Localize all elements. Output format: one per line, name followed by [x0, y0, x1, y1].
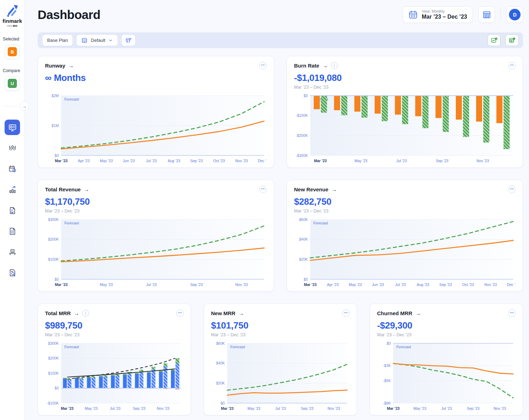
- card-menu-button[interactable]: •••: [176, 310, 184, 317]
- svg-text:Forecast: Forecast: [313, 221, 328, 225]
- header-divider: [501, 9, 501, 21]
- compare-badge: U: [8, 79, 17, 88]
- new-mrr-chart: $60K$40K$20K$0ForecastMar ’23May ’23Jul …: [211, 341, 350, 412]
- sidebar-item-revenue[interactable]: [5, 182, 20, 197]
- card-title: Runway: [45, 63, 65, 69]
- svg-text:Aug ’23: Aug ’23: [417, 282, 429, 287]
- formulas-desk-icon: fx: [8, 248, 17, 256]
- svg-text:$0: $0: [304, 277, 308, 281]
- page-title: Dashboard: [38, 8, 100, 22]
- base-plan-button[interactable]: Base Plan: [42, 34, 73, 46]
- svg-text:May ’23: May ’23: [100, 282, 113, 287]
- svg-text:Forecast: Forecast: [64, 97, 79, 101]
- svg-text:May ’23: May ’23: [100, 159, 113, 163]
- open-detail-arrow[interactable]: →: [84, 186, 89, 192]
- open-detail-arrow[interactable]: →: [415, 310, 421, 316]
- svg-text:Mar ’23: Mar ’23: [55, 282, 68, 287]
- add-chart-widget-button[interactable]: [487, 34, 501, 46]
- brand-logo: finmark from Bill: [2, 4, 22, 27]
- svg-text:Mar ’23: Mar ’23: [304, 282, 317, 287]
- svg-text:Sep ’23: Sep ’23: [467, 406, 479, 411]
- svg-text:Nov ’23: Nov ’23: [484, 282, 497, 287]
- burn-rate-chart: $0-$100K-$200K-$300KForecastMar ’23May ’…: [294, 93, 516, 165]
- sidebar-item-payroll[interactable]: $: [5, 161, 20, 177]
- payroll-calendar-icon: $: [8, 165, 17, 173]
- card-menu-button[interactable]: •••: [508, 186, 516, 193]
- date-range-value: Mar ’23 – Dec ’23: [422, 14, 467, 20]
- card-value: $989,750: [45, 320, 184, 331]
- add-table-widget-button[interactable]: [505, 34, 518, 46]
- card-title: Total Revenue: [45, 186, 81, 192]
- svg-text:Oct ’23: Oct ’23: [213, 159, 225, 163]
- new-revenue-card: New Revenue → ••• $282,750 Mar ’23 – Dec…: [287, 180, 523, 292]
- svg-text:Mar ’23: Mar ’23: [221, 406, 234, 411]
- edit-layout-button[interactable]: [121, 34, 135, 46]
- finmark-logo-icon: [5, 4, 19, 17]
- svg-text:Nov ’23: Nov ’23: [327, 406, 340, 411]
- total-revenue-chart: $300K$200K$100K$0ForecastMar ’23May ’23J…: [45, 217, 267, 288]
- svg-text:-$5K: -$5K: [383, 378, 391, 383]
- svg-text:Mar ’23: Mar ’23: [387, 406, 400, 411]
- compare-scenario-chip[interactable]: U: [5, 76, 20, 91]
- sidebar-item-reports[interactable]: [5, 223, 20, 239]
- svg-text:Apr ’23: Apr ’23: [327, 282, 338, 287]
- svg-text:$100K: $100K: [48, 257, 59, 261]
- sidebar-item-dashboard[interactable]: [5, 120, 20, 135]
- svg-text:$0: $0: [304, 94, 308, 98]
- svg-text:May ’23: May ’23: [413, 406, 426, 411]
- svg-text:$100K: $100K: [48, 371, 59, 375]
- svg-text:Mar ’23: Mar ’23: [61, 406, 74, 411]
- card-menu-button[interactable]: •••: [259, 186, 267, 193]
- card-menu-button[interactable]: •••: [508, 62, 516, 69]
- account-menu-button[interactable]: D: [506, 6, 523, 23]
- open-detail-arrow[interactable]: →: [238, 310, 244, 316]
- svg-text:Jun ’23: Jun ’23: [123, 159, 135, 163]
- svg-text:Dec ’23: Dec ’23: [258, 159, 267, 163]
- reports-doc-icon: [8, 227, 17, 236]
- open-detail-arrow[interactable]: →: [74, 310, 79, 316]
- svg-text:$40K: $40K: [216, 361, 225, 365]
- add-table-icon: [509, 37, 516, 44]
- card-menu-button[interactable]: •••: [342, 310, 350, 317]
- sidebar-item-audit[interactable]: [5, 265, 20, 280]
- svg-text:-$100K: -$100K: [296, 113, 308, 117]
- svg-text:-$8K: -$8K: [383, 401, 391, 405]
- date-range-button[interactable]: View: Monthly Mar ’23 – Dec ’23: [403, 6, 473, 23]
- svg-text:Forecast: Forecast: [64, 345, 79, 349]
- svg-text:$60K: $60K: [299, 217, 308, 222]
- total-mrr-card: Total MRR → i ••• $989,750 Mar ’23 – Dec…: [38, 304, 191, 415]
- table-view-button[interactable]: [478, 6, 495, 23]
- card-title: Total MRR: [45, 310, 71, 316]
- layout-select[interactable]: Default: [76, 34, 118, 46]
- svg-text:Nov ’23: Nov ’23: [477, 159, 489, 163]
- svg-text:Jul ’23: Jul ’23: [275, 406, 286, 411]
- card-menu-button[interactable]: •••: [259, 62, 267, 69]
- svg-text:$60K: $60K: [216, 341, 225, 345]
- open-detail-arrow[interactable]: →: [332, 186, 337, 192]
- dashboard-icon: [8, 123, 17, 132]
- info-icon[interactable]: i: [82, 310, 89, 317]
- open-detail-arrow[interactable]: →: [323, 63, 328, 69]
- card-menu-button[interactable]: •••: [508, 310, 516, 317]
- selected-scenario-chip[interactable]: B: [5, 44, 20, 59]
- info-icon[interactable]: i: [331, 62, 338, 69]
- svg-text:May ’23: May ’23: [355, 159, 368, 163]
- sidebar-item-formulas[interactable]: fx: [5, 244, 20, 260]
- card-value: $282,750: [294, 196, 516, 207]
- open-detail-arrow[interactable]: →: [69, 63, 74, 69]
- svg-text:Apr ’23: Apr ’23: [78, 159, 89, 163]
- sidebar-item-team[interactable]: [5, 140, 20, 156]
- layout-value: Default: [91, 38, 105, 43]
- layout-grid-icon: [81, 37, 88, 44]
- sidebar-expand-button[interactable]: →: [20, 101, 29, 111]
- chevron-down-icon: [108, 38, 113, 43]
- cards-row-3: Total MRR → i ••• $989,750 Mar ’23 – Dec…: [38, 304, 523, 415]
- svg-text:-$200K: -$200K: [296, 133, 308, 138]
- svg-text:$0: $0: [55, 277, 59, 281]
- card-range: Mar ’23 – Dec ’23: [45, 209, 267, 214]
- selected-label: Selected: [3, 37, 19, 42]
- table-view-icon: [482, 10, 491, 19]
- sidebar-item-expenses[interactable]: $: [5, 203, 20, 218]
- cards-row-2: Total Revenue → ••• $1,170,750 Mar ’23 –…: [38, 180, 523, 292]
- sidebar-nav: $ $: [5, 120, 20, 280]
